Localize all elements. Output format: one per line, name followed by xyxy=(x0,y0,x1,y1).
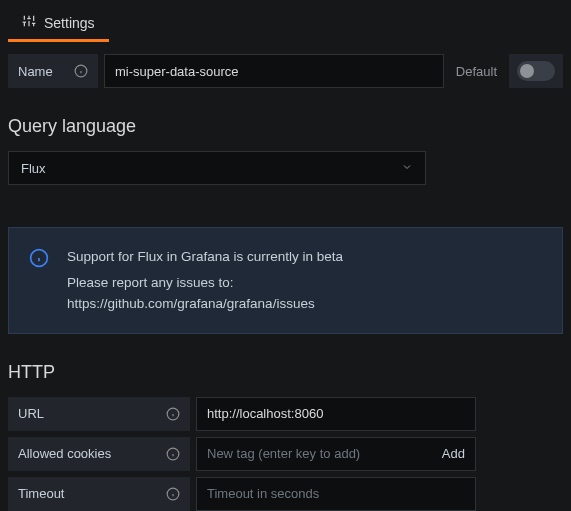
info-line1: Please report any issues to: xyxy=(67,272,343,294)
select-value: Flux xyxy=(21,161,46,176)
tab-label: Settings xyxy=(44,15,95,31)
info-icon[interactable] xyxy=(166,407,180,421)
name-label: Name xyxy=(8,54,98,88)
timeout-label: Timeout xyxy=(8,477,190,511)
add-tag-button[interactable]: Add xyxy=(442,446,465,461)
default-toggle[interactable] xyxy=(517,61,555,81)
section-http: HTTP xyxy=(8,362,563,383)
url-input[interactable] xyxy=(196,397,476,431)
flux-beta-info: Support for Flux in Grafana is currently… xyxy=(8,227,563,334)
info-icon xyxy=(29,248,49,271)
default-label: Default xyxy=(450,64,503,79)
info-icon[interactable] xyxy=(74,64,88,78)
query-language-select[interactable]: Flux xyxy=(8,151,426,185)
info-icon[interactable] xyxy=(166,487,180,501)
timeout-input[interactable] xyxy=(196,477,476,511)
section-query-language: Query language xyxy=(8,116,563,137)
default-toggle-wrap xyxy=(509,54,563,88)
cookies-label: Allowed cookies xyxy=(8,437,190,471)
url-label: URL xyxy=(8,397,190,431)
tab-bar: Settings xyxy=(0,0,571,42)
info-icon[interactable] xyxy=(166,447,180,461)
name-input[interactable] xyxy=(104,54,444,88)
info-link[interactable]: https://github.com/grafana/grafana/issue… xyxy=(67,293,343,315)
chevron-down-icon xyxy=(401,161,413,176)
sliders-icon xyxy=(22,14,36,31)
info-title: Support for Flux in Grafana is currently… xyxy=(67,246,343,268)
tag-placeholder: New tag (enter key to add) xyxy=(207,446,360,461)
cookies-input[interactable]: New tag (enter key to add) Add xyxy=(196,437,476,471)
tab-settings[interactable]: Settings xyxy=(8,6,109,42)
